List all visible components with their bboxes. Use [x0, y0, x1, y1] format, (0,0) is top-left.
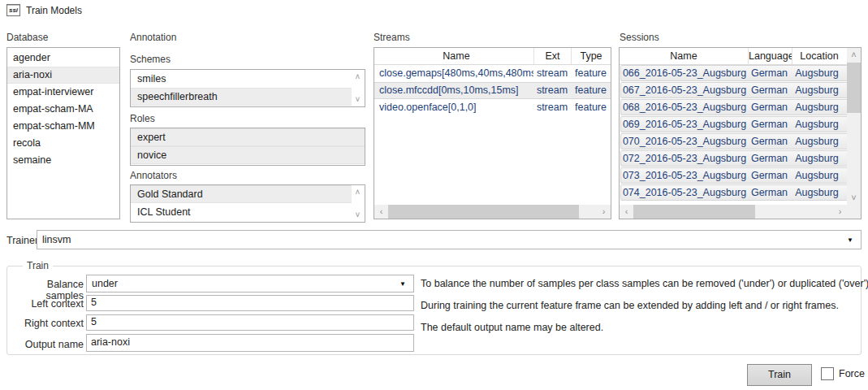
- session-row[interactable]: 067_2016-05-23_Augsburg German Augsburg: [620, 82, 860, 98]
- scroll-down-icon[interactable]: ˅: [352, 94, 363, 105]
- session-name: 068_2016-05-23_Augsburg: [621, 100, 748, 115]
- scrollbar-thumb[interactable]: [388, 205, 579, 219]
- stream-row-openface[interactable]: video.openface[0,1,0] stream feature: [374, 99, 611, 116]
- left-context-input[interactable]: 5: [86, 295, 414, 311]
- scroll-down-icon[interactable]: ˅: [847, 192, 861, 204]
- trainer-combobox[interactable]: linsvm ▼: [37, 230, 862, 249]
- sessions-table-header: Name Language Location: [620, 48, 861, 65]
- session-language: German: [748, 83, 791, 98]
- sessions-header-language[interactable]: Language: [748, 48, 792, 64]
- session-row[interactable]: 074_2016-05-23_Augsburg German Augsburg: [620, 184, 860, 201]
- train-groupbox-legend: Train: [23, 260, 53, 271]
- train-button[interactable]: Train: [747, 364, 812, 386]
- streams-horizontal-scrollbar[interactable]: ‹ ›: [374, 205, 611, 219]
- database-item-semaine[interactable]: semaine: [7, 152, 119, 169]
- stream-type: feature: [571, 65, 611, 82]
- scroll-left-icon[interactable]: ‹: [620, 205, 633, 219]
- annotation-label: Annotation: [130, 32, 176, 43]
- scroll-left-icon[interactable]: ‹: [374, 205, 388, 219]
- database-item-empat-scham-mm[interactable]: empat-scham-MM: [7, 118, 119, 135]
- scroll-up-icon[interactable]: ˄: [352, 187, 363, 197]
- sessions-label: Sessions: [620, 32, 659, 43]
- session-language: German: [748, 117, 791, 132]
- right-context-input[interactable]: 5: [86, 314, 414, 331]
- scheme-item-speechfillerbreath[interactable]: speechfillerbreath: [131, 88, 352, 106]
- left-context-value: 5: [91, 297, 97, 308]
- scheme-item-smiles[interactable]: smiles: [131, 70, 352, 88]
- session-language: German: [748, 168, 791, 183]
- roles-label: Roles: [130, 113, 155, 124]
- stream-name: video.openface[0,1,0]: [374, 99, 533, 116]
- sessions-vertical-scrollbar[interactable]: ˄ ˅: [847, 48, 861, 205]
- balance-samples-help: To balance the number of samples per cla…: [421, 278, 868, 289]
- stream-row-gemaps[interactable]: close.gemaps[480ms,40ms,480ms] stream fe…: [374, 65, 611, 82]
- output-name-input[interactable]: aria-noxi: [86, 334, 414, 352]
- output-name-label: Output name: [6, 339, 84, 350]
- scroll-up-icon[interactable]: ˄: [352, 72, 363, 82]
- annotators-listbox: Gold Standard ICL Student ˄ ˅: [130, 184, 365, 223]
- annotators-label: Annotators: [130, 170, 177, 181]
- session-row[interactable]: 070_2016-05-23_Augsburg German Augsburg: [620, 133, 860, 150]
- trainer-value: linsvm: [42, 234, 71, 245]
- session-row[interactable]: 073_2016-05-23_Augsburg German Augsburg: [620, 167, 860, 184]
- scroll-down-icon[interactable]: ˅: [352, 210, 363, 220]
- streams-header-type[interactable]: Type: [571, 48, 611, 64]
- streams-table-header: Name Ext Type: [374, 48, 611, 65]
- database-label: Database: [6, 32, 48, 43]
- session-location: Augsburg: [791, 117, 843, 132]
- stream-ext: stream: [533, 65, 571, 82]
- context-help: During training the current feature fram…: [421, 300, 839, 311]
- stream-ext: stream: [533, 82, 571, 99]
- role-item-novice[interactable]: novice: [131, 146, 365, 164]
- streams-header-ext[interactable]: Ext: [533, 48, 571, 64]
- scroll-right-icon[interactable]: ›: [597, 205, 611, 219]
- session-location: Augsburg: [791, 66, 843, 80]
- streams-header-name[interactable]: Name: [374, 48, 533, 64]
- session-row[interactable]: 069_2016-05-23_Augsburg German Augsburg: [620, 116, 860, 132]
- session-row[interactable]: 068_2016-05-23_Augsburg German Augsburg: [620, 99, 860, 115]
- chevron-down-icon[interactable]: ▼: [847, 236, 853, 244]
- session-row[interactable]: 072_2016-05-23_Augsburg German Augsburg: [620, 150, 860, 167]
- session-name: 074_2016-05-23_Augsburg: [621, 185, 748, 200]
- session-language: German: [748, 134, 791, 149]
- stream-name: close.mfccdd[0ms,10ms,15ms]: [374, 82, 533, 99]
- database-item-empat-scham-ma[interactable]: empat-scham-MA: [7, 101, 119, 118]
- scrollbar-thumb[interactable]: [847, 63, 861, 113]
- balance-samples-combobox[interactable]: under ▼: [86, 275, 414, 292]
- annotator-item-icl-student[interactable]: ICL Student: [131, 203, 352, 221]
- session-name: 069_2016-05-23_Augsburg: [621, 117, 748, 132]
- sessions-header-location[interactable]: Location: [792, 48, 846, 64]
- session-language: German: [748, 151, 791, 166]
- schemes-listbox: smiles speechfillerbreath ˄ ˅: [130, 69, 365, 107]
- sessions-header-name[interactable]: Name: [620, 48, 748, 64]
- stream-row-mfccdd[interactable]: close.mfccdd[0ms,10ms,15ms] stream featu…: [374, 82, 611, 99]
- database-item-aria-noxi[interactable]: aria-noxi: [7, 67, 119, 84]
- stream-type: feature: [571, 82, 611, 99]
- session-location: Augsburg: [791, 185, 843, 200]
- database-item-empat-interviewer[interactable]: empat-interviewer: [7, 84, 119, 101]
- role-item-expert[interactable]: expert: [131, 128, 365, 146]
- left-context-label: Left context: [6, 298, 84, 310]
- annotator-item-gold-standard[interactable]: Gold Standard: [131, 185, 352, 203]
- database-item-recola[interactable]: recola: [7, 135, 119, 152]
- right-context-value: 5: [91, 316, 97, 327]
- session-location: Augsburg: [791, 168, 843, 183]
- ssi-app-icon: ssi: [6, 4, 20, 16]
- database-item-agender[interactable]: agender: [7, 50, 119, 67]
- force-checkbox[interactable]: [821, 367, 834, 380]
- scroll-up-icon[interactable]: ˄: [847, 49, 861, 61]
- balance-samples-value: under: [92, 278, 118, 289]
- chevron-down-icon[interactable]: ▼: [399, 280, 406, 288]
- scrollbar-corner: [847, 205, 861, 219]
- session-language: German: [748, 66, 791, 80]
- session-language: German: [748, 100, 791, 115]
- sessions-horizontal-scrollbar[interactable]: ‹ ›: [620, 205, 847, 219]
- streams-label: Streams: [374, 32, 410, 43]
- scrollbar-thumb[interactable]: [633, 205, 755, 219]
- database-listbox: agender aria-noxi empat-interviewer empa…: [6, 47, 120, 219]
- scroll-right-icon[interactable]: ›: [833, 205, 847, 219]
- session-name: 066_2016-05-23_Augsburg: [621, 66, 748, 80]
- right-context-label: Right context: [6, 318, 84, 329]
- stream-name: close.gemaps[480ms,40ms,480ms]: [374, 65, 533, 82]
- session-row[interactable]: 066_2016-05-23_Augsburg German Augsburg: [620, 65, 860, 81]
